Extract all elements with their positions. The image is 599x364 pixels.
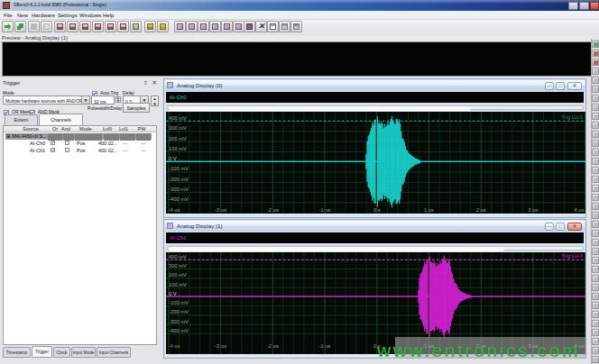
svg-text:Trig Lvl 0: Trig Lvl 0 xyxy=(561,114,583,120)
svg-text:-300 mV: -300 mV xyxy=(169,319,189,324)
svg-text:300 mV: 300 mV xyxy=(169,125,187,131)
svg-text:-400 mV: -400 mV xyxy=(169,196,189,202)
svg-text:-100 mV: -100 mV xyxy=(169,300,189,305)
svg-text:100 mV: 100 mV xyxy=(169,146,187,151)
svg-text:3 us: 3 us xyxy=(528,207,538,213)
svg-text:0 V: 0 V xyxy=(169,291,177,296)
svg-text:-3 us: -3 us xyxy=(215,343,226,349)
svg-text:-3 us: -3 us xyxy=(215,207,226,213)
svg-text:300 mV: 300 mV xyxy=(169,263,187,268)
svg-text:-1 us: -1 us xyxy=(319,343,331,349)
svg-text:2 us: 2 us xyxy=(476,207,486,213)
svg-text:-1 us: -1 us xyxy=(319,207,331,213)
svg-text:-2 us: -2 us xyxy=(267,343,279,349)
svg-text:-2 us: -2 us xyxy=(267,207,279,213)
svg-text:100 mV: 100 mV xyxy=(169,282,187,287)
svg-text:-200 mV: -200 mV xyxy=(169,309,189,314)
svg-text:-200 mV: -200 mV xyxy=(169,177,189,182)
svg-text:Trig Lvl 0: Trig Lvl 0 xyxy=(561,253,583,259)
svg-text:-300 mV: -300 mV xyxy=(169,187,189,192)
svg-text:0 s: 0 s xyxy=(373,207,381,213)
svg-text:1 us: 1 us xyxy=(424,207,434,213)
svg-text:-100 mV: -100 mV xyxy=(169,166,189,171)
svg-text:200 mV: 200 mV xyxy=(169,136,187,141)
svg-text:-400 mV: -400 mV xyxy=(169,328,189,333)
svg-text:-4 us: -4 us xyxy=(169,207,180,213)
svg-text:400 mV: 400 mV xyxy=(169,115,187,121)
svg-text:400 mV: 400 mV xyxy=(169,254,187,259)
svg-text:0 V: 0 V xyxy=(169,156,177,161)
svg-text:200 mV: 200 mV xyxy=(169,272,187,278)
svg-text:4 us: 4 us xyxy=(575,207,585,213)
svg-text:-4 us: -4 us xyxy=(169,343,180,349)
